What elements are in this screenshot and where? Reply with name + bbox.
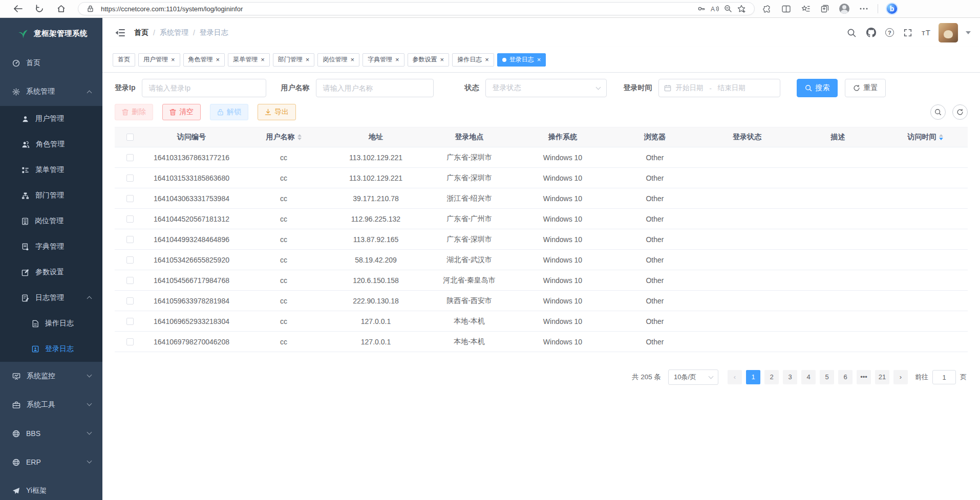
address-bar[interactable]: https://ccnetcore.com:1101/system/log/lo…	[78, 2, 755, 15]
favorites-bar-icon[interactable]	[798, 2, 813, 15]
breadcrumb-home[interactable]: 首页	[134, 28, 148, 37]
sidebar-item-home[interactable]: 首页	[0, 49, 102, 77]
page-size-select[interactable]: 10条/页	[668, 369, 718, 385]
sidebar-item-operation-log[interactable]: 操作日志	[0, 311, 102, 336]
tab[interactable]: 部门管理 ×	[273, 53, 315, 67]
page-button[interactable]: 4	[801, 370, 816, 384]
unlock-button[interactable]: 解锁	[210, 104, 248, 120]
row-checkbox[interactable]	[126, 215, 134, 223]
page-button[interactable]: •••	[857, 370, 871, 384]
tab-close-icon[interactable]: ×	[395, 56, 399, 63]
page-button[interactable]: 2	[764, 370, 779, 384]
col-username[interactable]: 用户名称	[238, 132, 330, 142]
row-checkbox[interactable]	[126, 338, 134, 345]
help-icon[interactable]: ?	[885, 28, 894, 37]
clear-button[interactable]: 清空	[162, 104, 201, 120]
table-row[interactable]: 1641059633978281984 cc 222.90.130.18 陕西省…	[115, 291, 968, 311]
table-row[interactable]: 1641044520567181312 cc 112.96.225.132 广东…	[115, 209, 968, 229]
sidebar-item-menu-manage[interactable]: 菜单管理	[0, 157, 102, 183]
col-os[interactable]: 操作系统	[517, 133, 609, 142]
tab-close-icon[interactable]: ×	[171, 56, 175, 63]
sidebar-item-system-manage[interactable]: 系统管理	[0, 77, 102, 106]
browser-back-icon[interactable]	[9, 2, 27, 16]
tab[interactable]: 字典管理 ×	[363, 53, 404, 67]
extensions-icon[interactable]	[759, 2, 774, 15]
browser-menu-icon[interactable]	[856, 2, 871, 15]
col-status[interactable]: 登录状态	[701, 133, 793, 142]
lock-icon[interactable]	[83, 3, 97, 14]
row-checkbox[interactable]	[126, 318, 134, 325]
select-all-checkbox[interactable]	[126, 134, 134, 141]
table-row[interactable]: 1641031533185863680 cc 113.102.129.221 广…	[115, 168, 968, 188]
row-checkbox[interactable]	[126, 154, 134, 161]
username-input[interactable]	[316, 79, 434, 97]
collections-icon[interactable]	[817, 2, 833, 15]
page-button[interactable]: ›	[893, 370, 908, 384]
header-search-icon[interactable]	[845, 27, 858, 39]
sidebar-item-system-tools[interactable]: 系统工具	[0, 390, 102, 419]
sidebar-item-system-monitor[interactable]: 系统监控	[0, 362, 102, 390]
export-button[interactable]: 导出	[258, 104, 296, 120]
sidebar-item-login-log[interactable]: 登录日志	[0, 336, 102, 362]
user-avatar[interactable]	[939, 23, 958, 42]
sort-carets-icon[interactable]	[297, 132, 302, 142]
tab[interactable]: 角色管理 ×	[183, 53, 225, 67]
sidebar-item-dict-manage[interactable]: 字典管理	[0, 234, 102, 259]
browser-profile-icon[interactable]	[837, 2, 852, 15]
row-checkbox[interactable]	[126, 195, 134, 202]
table-row[interactable]: 1641069798270046208 cc 127.0.0.1 本地-本机 W…	[115, 332, 968, 352]
refresh-table-button[interactable]	[952, 104, 968, 120]
col-time[interactable]: 访问时间	[883, 132, 968, 142]
tab[interactable]: 登录日志 ×	[497, 53, 546, 67]
row-checkbox[interactable]	[126, 236, 134, 243]
browser-home-icon[interactable]	[52, 2, 70, 16]
page-button[interactable]: 6	[838, 370, 853, 384]
page-button[interactable]: 3	[783, 370, 797, 384]
tab[interactable]: 参数设置 ×	[408, 53, 450, 67]
tab-close-icon[interactable]: ×	[485, 56, 489, 63]
row-checkbox[interactable]	[126, 175, 134, 182]
tab-close-icon[interactable]: ×	[350, 56, 354, 63]
font-size-icon[interactable]: тT	[922, 28, 931, 37]
tab[interactable]: 用户管理 ×	[138, 53, 180, 67]
avatar-caret-icon[interactable]	[966, 31, 971, 37]
password-key-icon[interactable]	[695, 3, 708, 14]
row-checkbox[interactable]	[126, 297, 134, 305]
tab-close-icon[interactable]: ×	[306, 56, 310, 63]
col-visit-id[interactable]: 访问编号	[145, 133, 238, 142]
col-location[interactable]: 登录地点	[422, 133, 517, 142]
tab-close-icon[interactable]: ×	[216, 56, 220, 63]
table-row[interactable]: 1641069652933218304 cc 127.0.0.1 本地-本机 W…	[115, 311, 968, 332]
tab[interactable]: 岗位管理 ×	[317, 53, 359, 67]
table-row[interactable]: 1641054566717984768 cc 120.6.150.158 河北省…	[115, 270, 968, 291]
col-browser[interactable]: 浏览器	[609, 133, 701, 142]
table-row[interactable]: 1641031367863177216 cc 113.102.129.221 广…	[115, 147, 968, 168]
tab-close-icon[interactable]: ×	[261, 56, 265, 63]
url-text[interactable]: https://ccnetcore.com:1101/system/log/lo…	[101, 5, 695, 13]
col-address[interactable]: 地址	[330, 133, 422, 142]
toggle-search-button[interactable]	[930, 104, 946, 120]
tab[interactable]: 菜单管理 ×	[228, 53, 270, 67]
sort-carets-icon[interactable]	[939, 132, 943, 142]
sidebar-fold-icon[interactable]	[114, 27, 126, 39]
sidebar-item-erp[interactable]: ERP	[0, 448, 102, 476]
browser-refresh-icon[interactable]	[31, 2, 48, 16]
login-ip-input[interactable]	[142, 79, 266, 97]
page-button[interactable]: 5	[820, 370, 834, 384]
page-button[interactable]: ‹	[728, 370, 742, 384]
table-row[interactable]: 1641053426655825920 cc 58.19.42.209 湖北省-…	[115, 250, 968, 270]
row-checkbox[interactable]	[126, 277, 134, 284]
copilot-icon[interactable]: b	[884, 2, 900, 15]
status-select[interactable]: 登录状态	[485, 79, 607, 97]
tab[interactable]: 操作日志 ×	[452, 53, 494, 67]
delete-button[interactable]: 删除	[115, 104, 153, 120]
split-screen-icon[interactable]	[778, 2, 794, 15]
page-button[interactable]: 21	[875, 370, 889, 384]
breadcrumb-system[interactable]: 系统管理	[160, 28, 188, 37]
col-desc[interactable]: 描述	[793, 133, 883, 142]
sidebar-item-post-manage[interactable]: 岗位管理	[0, 208, 102, 234]
sidebar-item-yi-framework[interactable]: Yi框架	[0, 476, 102, 500]
sidebar-item-bbs[interactable]: BBS	[0, 419, 102, 448]
table-row[interactable]: 1641043063331753984 cc 39.171.210.78 浙江省…	[115, 188, 968, 209]
zoom-out-icon[interactable]	[721, 3, 735, 14]
